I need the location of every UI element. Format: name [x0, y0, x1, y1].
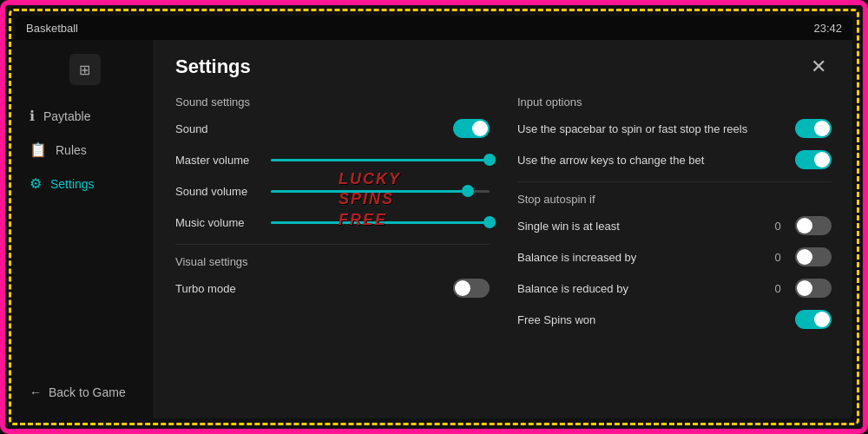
sidebar-label-rules: Rules: [56, 143, 87, 157]
stop-single-win-value: 0: [769, 220, 786, 233]
divider-visual: [175, 244, 490, 245]
input-options-label: Input options: [517, 95, 832, 108]
sidebar: ⊞ ℹ Paytable 📋 Rules ⚙ Settings ← Back t…: [16, 40, 155, 418]
arrow-keys-label: Use the arrow keys to change the bet: [517, 154, 704, 167]
gear-icon: ⚙: [30, 175, 42, 192]
turbo-mode-label: Turbo mode: [175, 282, 262, 295]
music-volume-row: Music volume: [175, 213, 490, 232]
rules-icon: 📋: [30, 141, 47, 158]
sound-volume-thumb[interactable]: [462, 185, 474, 197]
stop-balance-increase-toggle[interactable]: [795, 247, 832, 266]
stop-balance-increase-label: Balance is increased by: [517, 251, 769, 264]
master-volume-fill: [271, 159, 490, 161]
screen: Basketball 23:42 ⊞ ℹ Paytable 📋 Rules ⚙ …: [16, 16, 852, 418]
spacebar-toggle[interactable]: [795, 119, 832, 138]
stop-autospin-label: Stop autospin if: [517, 193, 832, 206]
sidebar-label-paytable: Paytable: [43, 109, 90, 123]
settings-title: Settings: [175, 56, 251, 78]
visual-settings-label: Visual settings: [175, 255, 490, 268]
stop-single-win-toggle[interactable]: [795, 216, 832, 235]
sound-volume-row: Sound volume: [175, 181, 490, 201]
sound-volume-slider[interactable]: [271, 181, 490, 201]
sound-row: Sound: [175, 119, 490, 138]
sound-volume-track: [271, 190, 490, 193]
settings-col-right: Input options Use the spacebar to spin o…: [517, 95, 832, 341]
sound-label: Sound: [175, 122, 262, 135]
sidebar-item-paytable[interactable]: ℹ Paytable: [16, 99, 154, 133]
music-volume-slider[interactable]: [271, 213, 490, 232]
info-icon: ℹ: [30, 108, 35, 124]
stop-row-free-spins: Free Spins won: [517, 310, 832, 329]
topbar-time: 23:42: [813, 22, 842, 35]
sound-volume-fill: [271, 190, 468, 193]
divider-stop: [517, 181, 832, 182]
back-label: Back to Game: [49, 385, 126, 399]
close-icon: ✕: [811, 56, 826, 77]
spacebar-row: Use the spacebar to spin or fast stop th…: [517, 119, 832, 138]
music-volume-fill: [271, 221, 490, 224]
stop-row-balance-reduce: Balance is reduced by 0: [517, 279, 832, 298]
arrow-keys-row: Use the arrow keys to change the bet: [517, 150, 832, 169]
master-volume-label: Master volume: [175, 154, 262, 167]
stop-row-balance-increase: Balance is increased by 0: [517, 247, 832, 266]
master-volume-row: Master volume: [175, 150, 490, 169]
settings-panel: Settings ✕ Sound settings Sound M: [155, 40, 852, 418]
settings-header: Settings ✕: [175, 54, 832, 80]
sound-settings-label: Sound settings: [175, 95, 490, 108]
settings-col-left: Sound settings Sound Master volume: [175, 95, 490, 341]
close-button[interactable]: ✕: [806, 54, 832, 80]
arrow-keys-toggle[interactable]: [795, 150, 832, 169]
master-volume-track: [271, 159, 490, 161]
music-volume-track: [271, 221, 490, 224]
topbar: Basketball 23:42: [16, 16, 852, 40]
turbo-mode-row: Turbo mode: [175, 279, 490, 298]
turbo-mode-toggle[interactable]: [453, 279, 490, 298]
master-volume-slider[interactable]: [271, 150, 490, 169]
stop-balance-reduce-label: Balance is reduced by: [517, 282, 769, 295]
back-icon: ←: [30, 385, 42, 399]
sidebar-label-settings: Settings: [50, 177, 95, 191]
back-to-game[interactable]: ← Back to Game: [16, 375, 154, 410]
music-volume-thumb[interactable]: [483, 216, 496, 228]
spacebar-label: Use the spacebar to spin or fast stop th…: [517, 122, 747, 135]
main-layout: ⊞ ℹ Paytable 📋 Rules ⚙ Settings ← Back t…: [16, 40, 852, 418]
stop-free-spins-label: Free Spins won: [517, 313, 769, 326]
stop-balance-reduce-toggle[interactable]: [795, 279, 832, 298]
stop-balance-reduce-value: 0: [769, 282, 786, 295]
sound-volume-label: Sound volume: [175, 185, 262, 198]
master-volume-thumb[interactable]: [483, 154, 496, 166]
topbar-title: Basketball: [26, 22, 78, 35]
stop-single-win-label: Single win is at least: [517, 220, 769, 233]
move-button[interactable]: ⊞: [69, 54, 101, 85]
music-volume-label: Music volume: [175, 216, 262, 229]
stop-row-single-win: Single win is at least 0: [517, 216, 832, 235]
sidebar-item-rules[interactable]: 📋 Rules: [16, 133, 154, 167]
stop-free-spins-toggle[interactable]: [795, 310, 832, 329]
settings-columns: Sound settings Sound Master volume: [175, 95, 832, 341]
move-icon: ⊞: [79, 62, 90, 78]
sound-toggle[interactable]: [453, 119, 490, 138]
sidebar-item-settings[interactable]: ⚙ Settings: [16, 167, 154, 201]
stop-balance-increase-value: 0: [769, 251, 786, 264]
